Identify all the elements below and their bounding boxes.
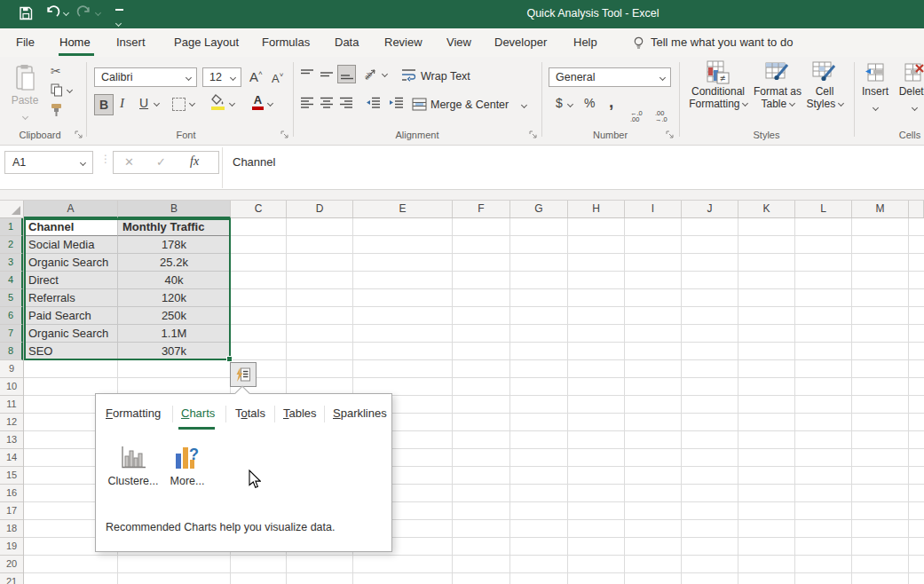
- undo-button[interactable]: [44, 5, 64, 23]
- row-header-8[interactable]: 8: [0, 343, 23, 360]
- column-header-A[interactable]: A: [24, 201, 118, 218]
- row-header-2[interactable]: 2: [0, 236, 23, 254]
- row-header-6[interactable]: 6: [0, 307, 23, 325]
- customize-quick-access-button[interactable]: [114, 7, 133, 25]
- cell-styles-button[interactable]: Cell Styles: [802, 60, 848, 110]
- qa-tab-formatting[interactable]: Formatting: [106, 406, 161, 420]
- comma-button[interactable]: ,: [609, 92, 613, 112]
- qa-tab-tables[interactable]: Tables: [283, 406, 317, 420]
- qa-option-clustered-chart[interactable]: Clustere...: [105, 445, 162, 487]
- underline-button[interactable]: U: [139, 96, 148, 110]
- format-as-table-button[interactable]: Format as Table: [751, 60, 804, 110]
- shrink-font-button[interactable]: A˅: [272, 71, 283, 85]
- font-color-dropdown-icon[interactable]: [267, 100, 273, 107]
- row-header-14[interactable]: 14: [0, 449, 23, 467]
- bold-button[interactable]: B: [94, 94, 114, 115]
- column-header-H[interactable]: H: [568, 201, 625, 217]
- save-button[interactable]: [18, 5, 37, 23]
- font-dialog-launcher-icon[interactable]: [280, 130, 289, 139]
- clipboard-dialog-launcher-icon[interactable]: [75, 130, 83, 139]
- row-header-11[interactable]: 11: [0, 396, 23, 414]
- font-color-button[interactable]: A: [252, 94, 264, 110]
- cell-B5[interactable]: 120k: [118, 289, 231, 307]
- redo-button[interactable]: [76, 5, 96, 23]
- borders-dropdown-icon[interactable]: [189, 100, 195, 107]
- row-header-18[interactable]: 18: [0, 520, 23, 538]
- row-header-9[interactable]: 9: [0, 360, 23, 378]
- delete-cells-button[interactable]: Delete: [895, 60, 924, 113]
- cut-button[interactable]: ✂: [51, 64, 61, 78]
- enter-icon[interactable]: ✓: [156, 155, 166, 169]
- fill-color-dropdown-icon[interactable]: [229, 100, 235, 107]
- menu-tab-help[interactable]: Help: [573, 36, 597, 49]
- menu-tab-insert[interactable]: Insert: [116, 36, 146, 49]
- column-header-F[interactable]: F: [453, 201, 510, 217]
- cell-B3[interactable]: 25.2k: [118, 254, 231, 272]
- row-header-5[interactable]: 5: [0, 289, 23, 307]
- qa-tab-totals[interactable]: Totals: [235, 406, 265, 420]
- column-header-D[interactable]: D: [287, 201, 353, 217]
- column-header-I[interactable]: I: [625, 201, 682, 217]
- borders-button[interactable]: [172, 98, 186, 111]
- align-right-button[interactable]: [339, 97, 353, 108]
- merge-center-dropdown-icon[interactable]: [521, 102, 527, 108]
- undo-dropdown-icon[interactable]: [63, 10, 69, 16]
- orientation-button[interactable]: ab: [364, 67, 379, 82]
- name-box[interactable]: A1: [4, 151, 93, 174]
- cell-A1[interactable]: Channel: [24, 218, 118, 236]
- increase-indent-button[interactable]: [389, 97, 404, 108]
- row-header-1[interactable]: 1: [0, 218, 23, 236]
- row-header-12[interactable]: 12: [0, 414, 23, 431]
- align-left-button[interactable]: [300, 97, 314, 108]
- menu-tab-formulas[interactable]: Formulas: [262, 36, 310, 49]
- fill-color-button[interactable]: [211, 94, 225, 110]
- qa-tab-charts[interactable]: Charts: [181, 406, 215, 420]
- column-header-K[interactable]: K: [738, 201, 795, 217]
- row-header-3[interactable]: 3: [0, 254, 23, 272]
- conditional-formatting-button[interactable]: ≠ Conditional Formatting: [685, 60, 751, 110]
- cell-B8[interactable]: 307k: [118, 343, 231, 360]
- column-header-C[interactable]: C: [231, 201, 287, 217]
- formula-bar-grip[interactable]: ⋮: [100, 153, 111, 165]
- cell-A3[interactable]: Organic Search: [24, 254, 118, 272]
- menu-tab-developer[interactable]: Developer: [494, 36, 547, 49]
- row-header-10[interactable]: 10: [0, 378, 23, 396]
- quick-analysis-button[interactable]: [230, 362, 257, 387]
- underline-dropdown-icon[interactable]: [154, 100, 160, 107]
- select-all-corner[interactable]: [0, 201, 24, 218]
- redo-dropdown-icon[interactable]: [95, 10, 101, 16]
- row-header-17[interactable]: 17: [0, 502, 23, 520]
- menu-tab-home[interactable]: Home: [59, 36, 91, 49]
- number-format-select[interactable]: General: [549, 67, 671, 87]
- font-name-select[interactable]: Calibri: [94, 67, 197, 87]
- column-header-partial[interactable]: [909, 201, 924, 217]
- paste-button[interactable]: Paste: [5, 62, 44, 124]
- selection-fill-handle[interactable]: [226, 356, 233, 362]
- row-header-4[interactable]: 4: [0, 272, 23, 289]
- cell-B6[interactable]: 250k: [118, 307, 231, 325]
- orientation-dropdown-icon[interactable]: [382, 71, 388, 77]
- currency-button[interactable]: $: [556, 96, 563, 110]
- cell-B7[interactable]: 1.1M: [118, 325, 231, 343]
- align-center-button[interactable]: [320, 97, 334, 108]
- column-header-J[interactable]: J: [682, 201, 738, 217]
- insert-cells-button[interactable]: Insert: [856, 60, 895, 113]
- grow-font-button[interactable]: A˄: [249, 69, 263, 84]
- cell-A5[interactable]: Referrals: [24, 289, 118, 307]
- name-box-dropdown-icon[interactable]: [80, 160, 86, 166]
- column-header-B[interactable]: B: [118, 201, 231, 218]
- cell-A2[interactable]: Social Media: [24, 236, 118, 254]
- cell-B4[interactable]: 40k: [118, 272, 231, 289]
- currency-dropdown-icon[interactable]: [567, 101, 573, 107]
- column-header-M[interactable]: M: [852, 201, 909, 217]
- row-header-15[interactable]: 15: [0, 467, 23, 485]
- cell-A6[interactable]: Paid Search: [24, 307, 118, 325]
- tell-me-box[interactable]: Tell me what you want to do: [651, 36, 793, 49]
- row-header-21[interactable]: 21: [0, 573, 23, 584]
- cell-B1[interactable]: Monthly Traffic: [118, 218, 231, 236]
- menu-tab-page-layout[interactable]: Page Layout: [174, 36, 239, 49]
- number-dialog-launcher-icon[interactable]: [666, 130, 675, 139]
- row-header-7[interactable]: 7: [0, 325, 23, 343]
- wrap-text-button[interactable]: Wrap Text: [421, 70, 470, 83]
- row-header-20[interactable]: 20: [0, 556, 23, 573]
